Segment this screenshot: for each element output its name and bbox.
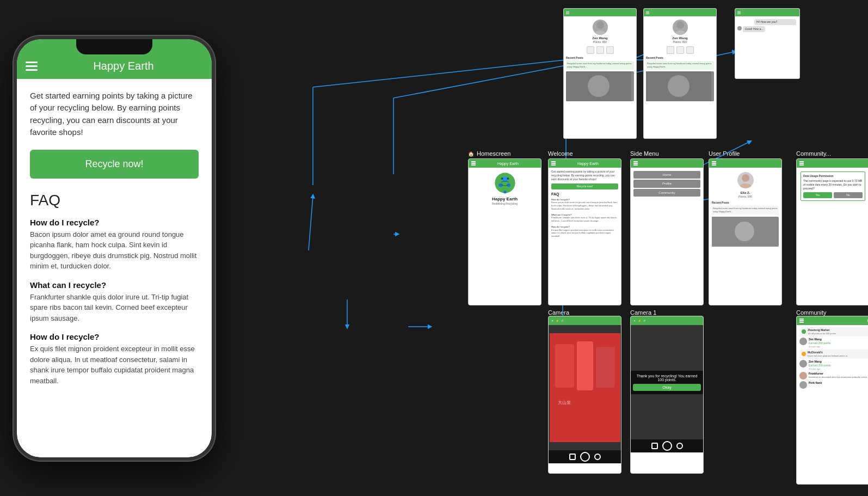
label-welcome: Welcome — [548, 150, 573, 157]
label-camera1: Camera 1 — [630, 309, 656, 316]
permission-no[interactable]: No — [834, 192, 863, 198]
screen-community-bottom: Zhaotong Market 1/2 off produce for 500 … — [796, 316, 868, 485]
screen-homescreen: Happy Earth Happy Earth Redefining Recyc… — [468, 158, 541, 305]
homescreen-title: Happy Earth — [478, 162, 538, 166]
store-1-text: Zhaotong Market 1/2 off produce for 500 … — [808, 328, 836, 335]
screen-community-top: Data Usage Permission The community page… — [796, 158, 868, 305]
permission-btns: Yes No — [803, 192, 863, 198]
welcome-body: Get started earning points by taking a p… — [549, 168, 621, 240]
phone-screen: Happy Earth Get started earning points b… — [17, 39, 212, 457]
faq-a1: Bacon ipsum dolor amet ea ground round t… — [30, 229, 199, 272]
action-icon-5[interactable] — [676, 46, 684, 54]
svg-point-19 — [595, 30, 606, 35]
phone-mockup-section: Happy Earth Get started earning points b… — [0, 0, 229, 496]
phone-notch — [76, 39, 152, 54]
screen-camera: ✕ ⚡ ↺ 大山泉 — [548, 316, 621, 474]
camera1-gallery-btn[interactable] — [651, 443, 658, 449]
store-item-1: Zhaotong Market 1/2 off produce for 500 … — [799, 327, 868, 336]
faq-item-2: What can I recycle? Frankfurter shankle … — [30, 280, 199, 324]
action-icon-3[interactable] — [606, 46, 614, 54]
store-item-2: McDonald's Doner tail esse pastrami fatb… — [799, 350, 868, 359]
store-2-name: McDonald's — [808, 351, 848, 354]
faq-a3: Ex quis filet mignon proident excepteur … — [30, 344, 199, 386]
top-card-body-1: Zen Wang Points: 800 Recent Posts Recycl… — [564, 16, 636, 103]
camera1-ctrl-3: ↺ — [643, 319, 645, 322]
menu-item-profile[interactable]: Profile — [633, 180, 700, 187]
user-name-3: Frankfurter — [809, 372, 868, 376]
faq-q1: How do I recycle? — [30, 218, 199, 227]
camera-gallery-btn[interactable] — [569, 454, 576, 460]
welcome-recycle-btn[interactable]: Recycle now! — [551, 183, 618, 189]
camera1-overlay: Thank you for recycling! You earned 100 … — [631, 371, 703, 394]
svg-point-31 — [501, 177, 503, 180]
ham-icon-2 — [646, 11, 649, 15]
top-card-header-1 — [564, 9, 636, 16]
wireframe-canvas: Zen Wang Points: 800 Recent Posts Recycl… — [229, 0, 868, 496]
profile-name-2: Zen Wang — [646, 36, 714, 40]
user-post-text: Recycled some cans from my foodstore tod… — [712, 206, 779, 214]
user-time-1: 4 hours ago — [809, 345, 868, 348]
welcome-text: Get started earning points by taking a p… — [551, 170, 618, 181]
screen-user-profile: Ella Z. Points: 680 Recent Posts Recycle… — [709, 158, 782, 305]
chat-card: Hi! How are you? Good! How a... — [735, 8, 800, 79]
permission-text: The community page is expected to use 0.… — [803, 179, 863, 191]
faq-section: FAQ How do I recycle? Bacon ipsum dolor … — [30, 192, 199, 387]
camera1-viewfinder: Thank you for recycling! You earned 100 … — [631, 325, 703, 439]
homescreen-app-title: Happy Earth — [471, 196, 538, 202]
svg-point-26 — [495, 173, 515, 193]
action-icon-6[interactable] — [686, 46, 694, 54]
screen-camera1: ✕ ⚡ ↺ Thank you for recycling! You earne… — [630, 316, 704, 474]
svg-point-32 — [507, 177, 509, 180]
phone-title: Happy Earth — [44, 60, 203, 72]
action-icon-1[interactable] — [587, 46, 594, 54]
user-desc-3: Incididunt do drumstick short loin doner… — [809, 376, 868, 379]
phone-content: Get started earning points by taking a p… — [17, 79, 212, 457]
homescreen-body: Happy Earth Redefining Recycling — [469, 168, 541, 210]
community-user-1: Zen Wang Earned 200 points 4 hours ago — [799, 338, 868, 348]
faq-q3: How do I recycle? — [30, 332, 199, 341]
chat-msg-1: Hi! How are you? — [754, 19, 796, 25]
user-post-image — [712, 217, 779, 247]
svg-point-25 — [668, 75, 690, 97]
screen-side-menu: Home Profile Community — [630, 158, 704, 305]
community-top-header — [797, 159, 868, 168]
menu-item-community[interactable]: Community — [633, 189, 700, 197]
label-camera: Camera — [548, 309, 569, 316]
user-avatar-4 — [799, 381, 807, 389]
okay-btn[interactable]: Okay — [633, 384, 701, 391]
top-profile-card-2: Zen Wang Points: 800 Recent Posts Recycl… — [643, 8, 717, 139]
action-icon-2[interactable] — [596, 46, 604, 54]
svg-point-21 — [588, 75, 610, 97]
camera-ctrl-3: ↺ — [561, 319, 563, 322]
camera-shutter-btn[interactable] — [580, 452, 590, 462]
user-points: Points: 680 — [712, 195, 779, 199]
svg-line-8 — [393, 65, 566, 98]
camera-switch-btn[interactable] — [594, 454, 601, 460]
camera1-switch-btn[interactable] — [676, 443, 683, 449]
store-1-desc: 1/2 off produce for 500 points — [808, 332, 836, 335]
action-icon-4[interactable] — [667, 46, 674, 54]
camera1-shutter-btn[interactable] — [662, 441, 672, 451]
faq-title: FAQ — [30, 192, 199, 209]
user-text-1: Zen Wang Earned 200 points 4 hours ago — [809, 338, 868, 348]
svg-text:大山泉: 大山泉 — [558, 400, 571, 405]
ham-icon-chat — [737, 11, 741, 15]
permission-yes[interactable]: Yes — [803, 192, 832, 198]
user-avatar — [737, 172, 754, 188]
label-user-profile: User Profile — [709, 150, 740, 157]
user-name-4: Pork flank — [809, 381, 868, 385]
recycle-button[interactable]: Recycle now! — [30, 150, 199, 179]
svg-point-22 — [676, 21, 684, 29]
label-homescreen: 🏠 Homescreen — [468, 150, 510, 157]
camera-bottom-bar — [549, 450, 621, 463]
user-avatar-2 — [799, 360, 807, 368]
permission-title: Data Usage Permission — [803, 174, 863, 178]
top-profile-card-1: Zen Wang Points: 800 Recent Posts Recycl… — [563, 8, 637, 139]
user-avatar-1 — [799, 338, 807, 345]
menu-item-home[interactable]: Home — [633, 171, 700, 179]
homescreen-ham — [471, 161, 476, 166]
chat-msg-2-container: Good! How a... — [737, 26, 797, 32]
community-bottom-ham — [799, 319, 804, 323]
user-time-2: 4 hours ago — [809, 368, 868, 371]
hamburger-icon[interactable] — [26, 62, 38, 71]
